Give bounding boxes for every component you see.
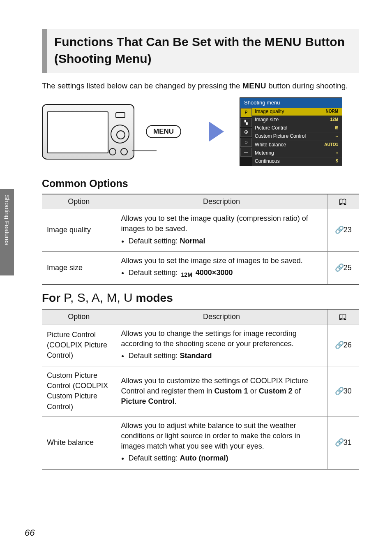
opt-name: Image size — [42, 251, 116, 284]
page-title-block: Functions That Can Be Set with the MENU … — [42, 29, 359, 73]
opt-desc: Allows you to customize the settings of … — [116, 366, 327, 416]
reference-icon: 🔗 — [335, 226, 344, 234]
reference-icon: 🔗 — [335, 438, 344, 447]
page-number: 66 — [25, 528, 35, 538]
sm-row: Picture Control⊞ — [252, 124, 342, 132]
shooting-menu-title: Shooting menu — [240, 98, 342, 108]
table-row: Custom Picture Control (COOLPIX Custom P… — [42, 366, 359, 416]
sect2-post: modes — [133, 292, 173, 304]
image-size-icon: 12M — [180, 271, 194, 279]
section-modes: For P, S, A, M, U modes — [42, 291, 359, 305]
side-tab: Shooting Features — [0, 189, 14, 275]
book-icon: 🕮 — [339, 312, 347, 321]
th-description: Description — [116, 309, 327, 324]
sm-row: Metering◘ — [252, 149, 342, 157]
sm-row: Image size12M — [252, 116, 342, 124]
opt-page-ref: 🔗26 — [327, 324, 359, 366]
table-row: White balance Allows you to adjust white… — [42, 416, 359, 469]
title-pre: Functions That Can Be Set with the — [54, 35, 265, 49]
sm-row: Custom Picture Control-- — [252, 132, 342, 141]
sm-row: ContinuousS — [252, 157, 342, 166]
intro-pre: The settings listed below can be changed… — [42, 81, 242, 90]
th-page-icon: 🕮 — [327, 309, 359, 324]
opt-desc: Allows you to change the settings for im… — [116, 324, 327, 366]
intro-menu-word: MENU — [242, 81, 266, 90]
opt-desc: Allows you to adjust white balance to su… — [116, 416, 327, 469]
opt-desc: Allows you to set the image quality (com… — [116, 209, 327, 252]
intro-post: button during shooting. — [266, 81, 348, 90]
arrow-icon — [209, 122, 224, 141]
sm-tab: ▚ — [240, 118, 252, 127]
opt-page-ref: 🔗31 — [327, 416, 359, 469]
sect2-modes: P, S, A, M, U — [64, 291, 133, 304]
opt-name: Image quality — [42, 209, 116, 252]
opt-page-ref: 🔗30 — [327, 366, 359, 416]
menu-button-label: MENU — [146, 125, 181, 138]
opt-name: Custom Picture Control (COOLPIX Custom P… — [42, 366, 116, 416]
sm-tab: ☺ — [240, 138, 252, 147]
modes-options-table: Option Description 🕮 Picture Control (CO… — [42, 309, 359, 470]
th-page-icon: 🕮 — [327, 194, 359, 209]
title-menu-word: MENU — [265, 35, 302, 49]
page-title: Functions That Can Be Set with the MENU … — [54, 34, 352, 67]
th-option: Option — [42, 194, 116, 209]
th-description: Description — [116, 194, 327, 209]
opt-desc: Allows you to set the image size of imag… — [116, 251, 327, 284]
table-row: Image size Allows you to set the image s… — [42, 251, 359, 284]
sm-tab: P — [240, 108, 252, 117]
sect2-pre: For — [42, 292, 64, 304]
sm-row: White balanceAUTO1 — [252, 141, 342, 149]
section-common-options: Common Options — [42, 178, 359, 190]
shooting-menu-screenshot: Shooting menu P ▚ ⦿ ☺ — Image qualityNOR… — [240, 97, 342, 167]
sm-row: Image qualityNORM — [252, 108, 342, 116]
table-row: Picture Control (COOLPIX Picture Control… — [42, 324, 359, 366]
opt-page-ref: 🔗25 — [327, 251, 359, 284]
opt-name: Picture Control (COOLPIX Picture Control… — [42, 324, 116, 366]
th-option: Option — [42, 309, 116, 324]
camera-illustration — [42, 104, 134, 160]
opt-page-ref: 🔗23 — [327, 209, 359, 252]
sm-tab: ⦿ — [240, 128, 252, 137]
reference-icon: 🔗 — [335, 264, 344, 272]
intro-text: The settings listed below can be changed… — [42, 80, 359, 92]
table-row: Image quality Allows you to set the imag… — [42, 209, 359, 252]
reference-icon: 🔗 — [335, 387, 344, 395]
reference-icon: 🔗 — [335, 341, 344, 349]
sm-tab: — — [240, 148, 252, 157]
figure-row: MENU Shooting menu P ▚ ⦿ ☺ — Image quali… — [42, 97, 359, 167]
opt-name: White balance — [42, 416, 116, 469]
book-icon: 🕮 — [339, 197, 347, 206]
common-options-table: Option Description 🕮 Image quality Allow… — [42, 194, 359, 285]
